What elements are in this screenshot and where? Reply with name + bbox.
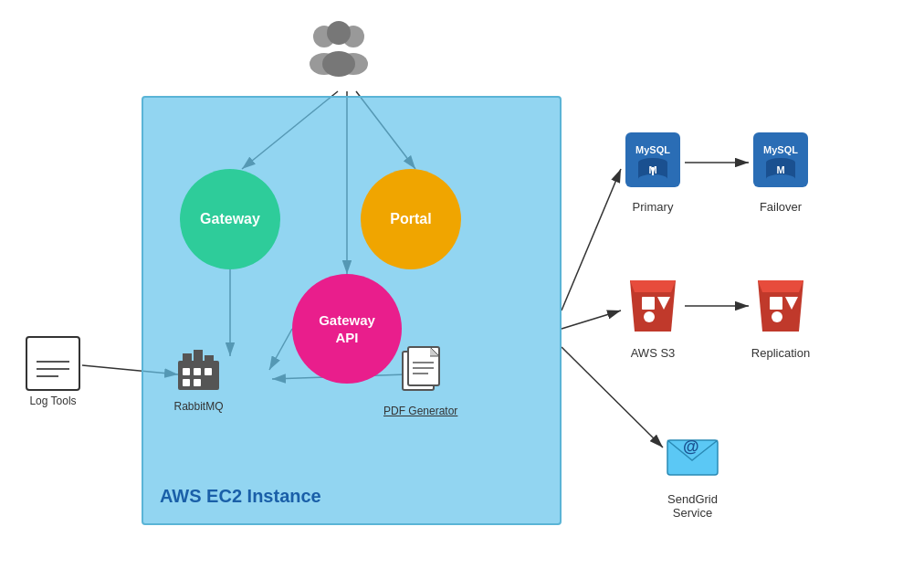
svg-text:M: M — [648, 164, 656, 175]
svg-line-9 — [562, 169, 621, 311]
portal-label: Portal — [390, 211, 431, 227]
aws-s3-container: AWS S3 — [621, 269, 685, 360]
gateway-circle: Gateway — [180, 169, 280, 269]
pdf-label-text: PDF Generator — [383, 405, 457, 417]
svg-rect-24 — [183, 368, 190, 375]
users-svg — [306, 16, 372, 79]
svg-text:MySQL: MySQL — [763, 144, 798, 155]
pdf-generator-label: PDF Generator — [383, 405, 457, 417]
svg-text:@: @ — [683, 437, 699, 456]
log-tools-label: Log Tools — [26, 395, 80, 407]
svg-point-59 — [772, 311, 782, 322]
log-tools-box — [26, 336, 80, 391]
pdf-generator-container: PDF Generator — [383, 342, 457, 417]
svg-text:M: M — [776, 164, 784, 175]
svg-line-10 — [562, 311, 621, 329]
mysql-primary-container: MySQL M Primary — [621, 128, 685, 214]
aws-s3-label: AWS S3 — [621, 346, 685, 360]
svg-point-41 — [638, 174, 667, 184]
svg-rect-23 — [205, 355, 214, 363]
sendgrid-icon: @ — [663, 429, 722, 484]
replication-container: Replication — [749, 269, 813, 360]
svg-rect-21 — [183, 353, 192, 363]
mysql-failover-icon: MySQL M — [749, 128, 813, 192]
gateway-label: Gateway — [200, 211, 260, 227]
svg-marker-56 — [758, 280, 803, 292]
svg-point-48 — [766, 174, 795, 184]
replication-icon — [749, 269, 813, 338]
gateway-api-label: GatewayAPI — [319, 311, 375, 347]
mysql-failover-label: Failover — [749, 200, 813, 214]
svg-point-18 — [327, 21, 351, 45]
log-tools-container: Log Tools — [26, 336, 80, 407]
svg-rect-28 — [194, 379, 201, 386]
pdf-generator-icon — [395, 342, 446, 397]
rabbitmq-container: RabbitMQ — [173, 342, 224, 413]
users-icon-container — [306, 16, 372, 79]
ec2-label: AWS EC2 Instance — [160, 486, 321, 507]
mysql-failover-container: MySQL M Failover — [749, 128, 813, 214]
sendgrid-label: SendGridService — [663, 492, 722, 520]
mysql-primary-icon: MySQL M — [621, 128, 685, 192]
log-tools-icon — [35, 354, 71, 382]
svg-point-19 — [322, 51, 355, 77]
svg-rect-27 — [183, 379, 190, 386]
diagram-container: AWS EC2 Instance Gateway Portal GatewayA… — [0, 0, 924, 579]
svg-rect-22 — [194, 350, 203, 363]
svg-marker-51 — [630, 280, 676, 292]
svg-point-54 — [644, 311, 655, 322]
svg-rect-25 — [194, 368, 201, 375]
svg-rect-26 — [205, 368, 212, 375]
rabbitmq-label: RabbitMQ — [173, 400, 224, 413]
replication-label: Replication — [749, 346, 813, 360]
svg-rect-52 — [642, 297, 655, 310]
svg-text:MySQL: MySQL — [635, 144, 670, 155]
sendgrid-container: @ SendGridService — [663, 429, 722, 520]
aws-s3-icon — [621, 269, 685, 338]
rabbitmq-icon — [173, 342, 224, 393]
portal-circle: Portal — [361, 169, 461, 269]
svg-line-11 — [562, 347, 663, 447]
mysql-primary-label: Primary — [621, 200, 685, 214]
svg-rect-57 — [770, 297, 782, 310]
